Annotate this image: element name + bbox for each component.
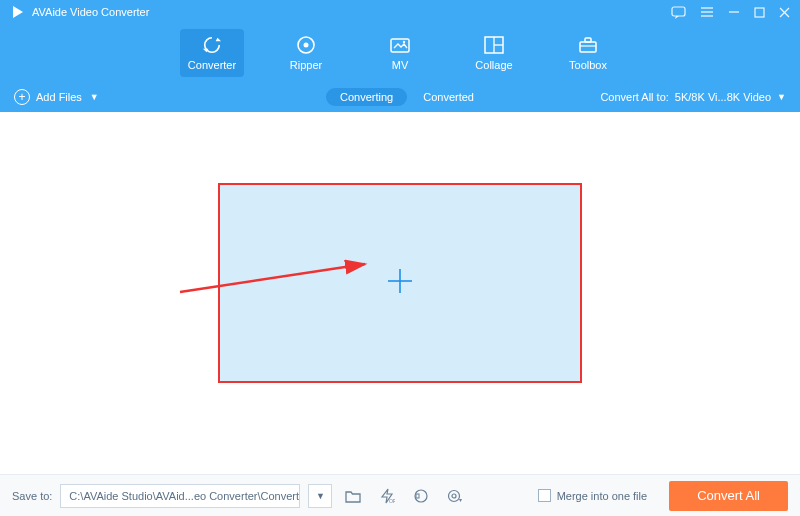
app-title: AVAide Video Converter [32, 6, 671, 18]
svg-rect-1 [672, 7, 685, 16]
tab-converting[interactable]: Converting [326, 88, 407, 106]
svg-point-29 [449, 490, 460, 501]
app-logo-icon [10, 4, 26, 20]
converter-icon [202, 35, 222, 55]
svg-marker-0 [13, 6, 23, 18]
nav-label: Converter [188, 59, 236, 71]
menu-icon[interactable] [700, 6, 714, 18]
svg-rect-19 [585, 38, 591, 42]
bottom-bar: Save to: C:\AVAide Studio\AVAid...eo Con… [0, 474, 800, 516]
nav-converter[interactable]: Converter [180, 29, 244, 77]
nav-ripper[interactable]: Ripper [274, 29, 338, 77]
svg-marker-9 [216, 38, 221, 42]
svg-point-14 [403, 41, 405, 43]
tab-converted[interactable]: Converted [423, 91, 474, 103]
nav-label: Ripper [290, 59, 322, 71]
nav-label: MV [392, 59, 409, 71]
close-icon[interactable] [779, 7, 790, 18]
merge-checkbox[interactable]: Merge into one file [538, 489, 648, 502]
minimize-icon[interactable] [728, 6, 740, 18]
chevron-down-icon: ▼ [90, 92, 99, 102]
svg-rect-28 [416, 494, 419, 498]
convert-all-to-label: Convert All to: [600, 91, 668, 103]
open-folder-button[interactable] [340, 484, 366, 508]
sub-toolbar: + Add Files ▼ Converting Converted Conve… [0, 82, 800, 112]
mv-icon [390, 35, 410, 55]
svg-rect-18 [580, 42, 596, 52]
save-to-label: Save to: [12, 490, 52, 502]
convert-all-to-dropdown[interactable]: Convert All to: 5K/8K Vi...8K Video ▼ [600, 91, 786, 103]
nav-label: Collage [475, 59, 512, 71]
svg-point-27 [415, 490, 427, 502]
svg-point-30 [452, 494, 456, 498]
checkbox-icon [538, 489, 551, 502]
convert-all-to-value: 5K/8K Vi...8K Video [675, 91, 771, 103]
svg-text:▾: ▾ [459, 497, 462, 503]
svg-point-12 [304, 43, 309, 48]
plus-icon [385, 266, 415, 300]
task-schedule-button[interactable] [408, 484, 434, 508]
main-nav: Converter Ripper MV Collage Toolbox [0, 24, 800, 82]
maximize-icon[interactable] [754, 7, 765, 18]
save-path-dropdown[interactable]: ▼ [308, 484, 332, 508]
feedback-icon[interactable] [671, 6, 686, 19]
plus-circle-icon: + [14, 89, 30, 105]
toolbox-icon [578, 35, 598, 55]
nav-collage[interactable]: Collage [462, 29, 526, 77]
convert-all-button[interactable]: Convert All [669, 481, 788, 511]
drop-zone[interactable] [218, 183, 582, 383]
chevron-down-icon: ▼ [777, 92, 786, 102]
ripper-icon [296, 35, 316, 55]
content-area [0, 112, 800, 474]
save-path-field[interactable]: C:\AVAide Studio\AVAid...eo Converter\Co… [60, 484, 300, 508]
svg-rect-6 [755, 8, 764, 17]
title-bar: AVAide Video Converter [0, 0, 800, 24]
collage-icon [484, 35, 504, 55]
svg-text:OFF: OFF [389, 498, 395, 504]
nav-mv[interactable]: MV [368, 29, 432, 77]
hardware-accel-button[interactable]: OFF [374, 484, 400, 508]
merge-label: Merge into one file [557, 490, 648, 502]
add-files-button[interactable]: + Add Files ▼ [14, 89, 99, 105]
settings-button[interactable]: ▾ [442, 484, 468, 508]
nav-toolbox[interactable]: Toolbox [556, 29, 620, 77]
nav-label: Toolbox [569, 59, 607, 71]
add-files-label: Add Files [36, 91, 82, 103]
